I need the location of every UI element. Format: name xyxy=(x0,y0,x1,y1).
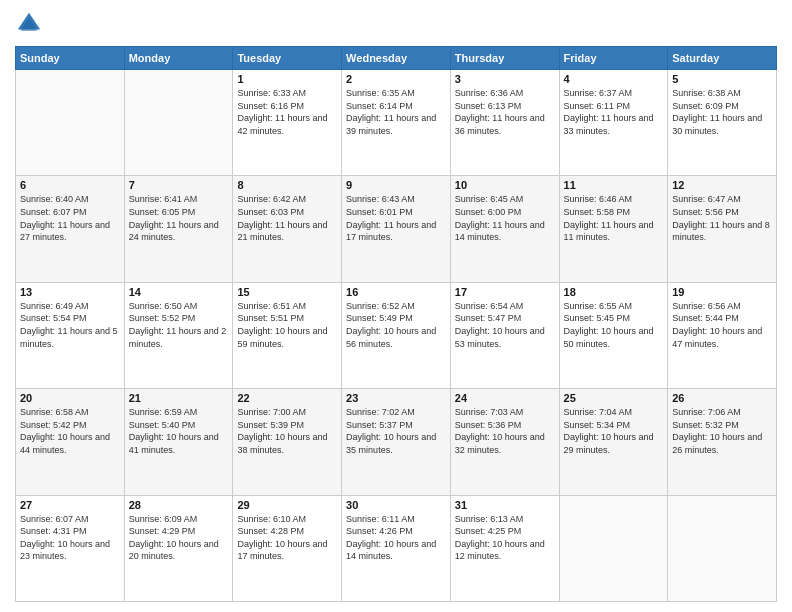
day-info: Sunrise: 6:59 AM Sunset: 5:40 PM Dayligh… xyxy=(129,406,229,456)
day-of-week-header: Saturday xyxy=(668,47,777,70)
day-number: 3 xyxy=(455,73,555,85)
day-of-week-header: Wednesday xyxy=(342,47,451,70)
calendar-week-row: 27Sunrise: 6:07 AM Sunset: 4:31 PM Dayli… xyxy=(16,495,777,601)
calendar-week-row: 13Sunrise: 6:49 AM Sunset: 5:54 PM Dayli… xyxy=(16,282,777,388)
day-info: Sunrise: 6:35 AM Sunset: 6:14 PM Dayligh… xyxy=(346,87,446,137)
calendar-cell: 2Sunrise: 6:35 AM Sunset: 6:14 PM Daylig… xyxy=(342,70,451,176)
calendar-cell: 12Sunrise: 6:47 AM Sunset: 5:56 PM Dayli… xyxy=(668,176,777,282)
day-number: 22 xyxy=(237,392,337,404)
day-info: Sunrise: 6:33 AM Sunset: 6:16 PM Dayligh… xyxy=(237,87,337,137)
calendar-cell: 14Sunrise: 6:50 AM Sunset: 5:52 PM Dayli… xyxy=(124,282,233,388)
day-info: Sunrise: 7:03 AM Sunset: 5:36 PM Dayligh… xyxy=(455,406,555,456)
calendar-cell: 30Sunrise: 6:11 AM Sunset: 4:26 PM Dayli… xyxy=(342,495,451,601)
day-info: Sunrise: 6:41 AM Sunset: 6:05 PM Dayligh… xyxy=(129,193,229,243)
day-info: Sunrise: 6:52 AM Sunset: 5:49 PM Dayligh… xyxy=(346,300,446,350)
day-number: 13 xyxy=(20,286,120,298)
day-number: 31 xyxy=(455,499,555,511)
calendar-cell xyxy=(124,70,233,176)
day-info: Sunrise: 6:38 AM Sunset: 6:09 PM Dayligh… xyxy=(672,87,772,137)
day-number: 7 xyxy=(129,179,229,191)
day-info: Sunrise: 6:40 AM Sunset: 6:07 PM Dayligh… xyxy=(20,193,120,243)
day-number: 18 xyxy=(564,286,664,298)
calendar-cell: 18Sunrise: 6:55 AM Sunset: 5:45 PM Dayli… xyxy=(559,282,668,388)
day-number: 20 xyxy=(20,392,120,404)
calendar-cell: 13Sunrise: 6:49 AM Sunset: 5:54 PM Dayli… xyxy=(16,282,125,388)
day-info: Sunrise: 7:04 AM Sunset: 5:34 PM Dayligh… xyxy=(564,406,664,456)
calendar-cell: 4Sunrise: 6:37 AM Sunset: 6:11 PM Daylig… xyxy=(559,70,668,176)
day-of-week-header: Sunday xyxy=(16,47,125,70)
calendar-cell: 22Sunrise: 7:00 AM Sunset: 5:39 PM Dayli… xyxy=(233,389,342,495)
day-info: Sunrise: 7:06 AM Sunset: 5:32 PM Dayligh… xyxy=(672,406,772,456)
day-number: 9 xyxy=(346,179,446,191)
day-number: 12 xyxy=(672,179,772,191)
day-number: 29 xyxy=(237,499,337,511)
calendar-cell: 29Sunrise: 6:10 AM Sunset: 4:28 PM Dayli… xyxy=(233,495,342,601)
day-info: Sunrise: 6:58 AM Sunset: 5:42 PM Dayligh… xyxy=(20,406,120,456)
day-number: 21 xyxy=(129,392,229,404)
calendar-cell: 23Sunrise: 7:02 AM Sunset: 5:37 PM Dayli… xyxy=(342,389,451,495)
calendar-cell: 10Sunrise: 6:45 AM Sunset: 6:00 PM Dayli… xyxy=(450,176,559,282)
calendar-cell: 7Sunrise: 6:41 AM Sunset: 6:05 PM Daylig… xyxy=(124,176,233,282)
day-number: 16 xyxy=(346,286,446,298)
calendar-cell xyxy=(559,495,668,601)
calendar-table: SundayMondayTuesdayWednesdayThursdayFrid… xyxy=(15,46,777,602)
day-number: 4 xyxy=(564,73,664,85)
day-number: 15 xyxy=(237,286,337,298)
day-info: Sunrise: 6:10 AM Sunset: 4:28 PM Dayligh… xyxy=(237,513,337,563)
day-number: 28 xyxy=(129,499,229,511)
calendar-cell: 26Sunrise: 7:06 AM Sunset: 5:32 PM Dayli… xyxy=(668,389,777,495)
day-number: 6 xyxy=(20,179,120,191)
day-number: 11 xyxy=(564,179,664,191)
day-of-week-header: Friday xyxy=(559,47,668,70)
day-info: Sunrise: 6:50 AM Sunset: 5:52 PM Dayligh… xyxy=(129,300,229,350)
day-number: 1 xyxy=(237,73,337,85)
calendar-cell: 15Sunrise: 6:51 AM Sunset: 5:51 PM Dayli… xyxy=(233,282,342,388)
calendar-cell: 8Sunrise: 6:42 AM Sunset: 6:03 PM Daylig… xyxy=(233,176,342,282)
day-info: Sunrise: 6:13 AM Sunset: 4:25 PM Dayligh… xyxy=(455,513,555,563)
day-number: 19 xyxy=(672,286,772,298)
calendar-cell: 25Sunrise: 7:04 AM Sunset: 5:34 PM Dayli… xyxy=(559,389,668,495)
day-of-week-header: Thursday xyxy=(450,47,559,70)
calendar-cell: 31Sunrise: 6:13 AM Sunset: 4:25 PM Dayli… xyxy=(450,495,559,601)
day-info: Sunrise: 6:45 AM Sunset: 6:00 PM Dayligh… xyxy=(455,193,555,243)
logo xyxy=(15,10,45,38)
day-of-week-header: Tuesday xyxy=(233,47,342,70)
day-info: Sunrise: 6:55 AM Sunset: 5:45 PM Dayligh… xyxy=(564,300,664,350)
day-number: 10 xyxy=(455,179,555,191)
calendar-cell: 17Sunrise: 6:54 AM Sunset: 5:47 PM Dayli… xyxy=(450,282,559,388)
day-info: Sunrise: 7:02 AM Sunset: 5:37 PM Dayligh… xyxy=(346,406,446,456)
calendar-cell: 6Sunrise: 6:40 AM Sunset: 6:07 PM Daylig… xyxy=(16,176,125,282)
page: SundayMondayTuesdayWednesdayThursdayFrid… xyxy=(0,0,792,612)
calendar-cell: 27Sunrise: 6:07 AM Sunset: 4:31 PM Dayli… xyxy=(16,495,125,601)
calendar-week-row: 1Sunrise: 6:33 AM Sunset: 6:16 PM Daylig… xyxy=(16,70,777,176)
day-number: 23 xyxy=(346,392,446,404)
calendar-cell: 20Sunrise: 6:58 AM Sunset: 5:42 PM Dayli… xyxy=(16,389,125,495)
day-info: Sunrise: 6:51 AM Sunset: 5:51 PM Dayligh… xyxy=(237,300,337,350)
day-info: Sunrise: 6:37 AM Sunset: 6:11 PM Dayligh… xyxy=(564,87,664,137)
day-number: 24 xyxy=(455,392,555,404)
day-info: Sunrise: 6:49 AM Sunset: 5:54 PM Dayligh… xyxy=(20,300,120,350)
day-number: 25 xyxy=(564,392,664,404)
day-number: 5 xyxy=(672,73,772,85)
day-info: Sunrise: 6:46 AM Sunset: 5:58 PM Dayligh… xyxy=(564,193,664,243)
day-info: Sunrise: 6:09 AM Sunset: 4:29 PM Dayligh… xyxy=(129,513,229,563)
day-info: Sunrise: 6:36 AM Sunset: 6:13 PM Dayligh… xyxy=(455,87,555,137)
day-info: Sunrise: 6:54 AM Sunset: 5:47 PM Dayligh… xyxy=(455,300,555,350)
day-number: 2 xyxy=(346,73,446,85)
day-info: Sunrise: 6:56 AM Sunset: 5:44 PM Dayligh… xyxy=(672,300,772,350)
day-info: Sunrise: 6:07 AM Sunset: 4:31 PM Dayligh… xyxy=(20,513,120,563)
calendar-cell: 11Sunrise: 6:46 AM Sunset: 5:58 PM Dayli… xyxy=(559,176,668,282)
calendar-cell: 1Sunrise: 6:33 AM Sunset: 6:16 PM Daylig… xyxy=(233,70,342,176)
day-number: 14 xyxy=(129,286,229,298)
day-number: 26 xyxy=(672,392,772,404)
calendar-cell: 24Sunrise: 7:03 AM Sunset: 5:36 PM Dayli… xyxy=(450,389,559,495)
day-number: 27 xyxy=(20,499,120,511)
day-number: 8 xyxy=(237,179,337,191)
calendar-cell: 16Sunrise: 6:52 AM Sunset: 5:49 PM Dayli… xyxy=(342,282,451,388)
calendar-cell: 3Sunrise: 6:36 AM Sunset: 6:13 PM Daylig… xyxy=(450,70,559,176)
day-of-week-header: Monday xyxy=(124,47,233,70)
calendar-cell xyxy=(668,495,777,601)
header xyxy=(15,10,777,38)
calendar-cell: 19Sunrise: 6:56 AM Sunset: 5:44 PM Dayli… xyxy=(668,282,777,388)
calendar-cell: 9Sunrise: 6:43 AM Sunset: 6:01 PM Daylig… xyxy=(342,176,451,282)
